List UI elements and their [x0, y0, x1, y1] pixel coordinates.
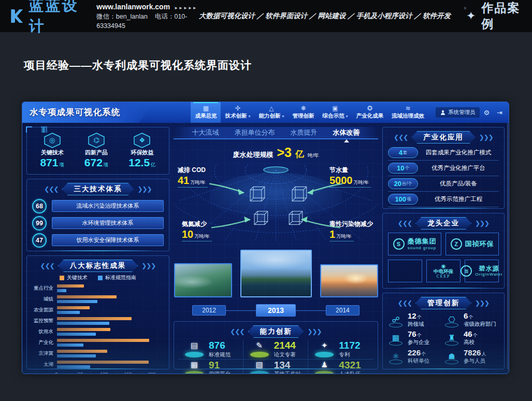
achievement-chart-rows: 重点行业城镇农业面源监控预警饮用水产业化京津冀太湖	[27, 281, 169, 370]
page-title: 项目经验——水专利成果可视化系统界面设计	[24, 58, 252, 73]
enterprise-empty-slot[interactable]	[388, 260, 422, 282]
enterprise-ceep[interactable]: ◉中电环保CEEP	[426, 260, 461, 282]
chart-category-label: 重点行业	[31, 285, 57, 292]
count-badge[interactable]: 10个	[388, 163, 418, 174]
tab-ten-basins[interactable]: 十大流域	[192, 128, 219, 137]
chart-axis-tick: 200	[148, 371, 155, 374]
nav-item-capability-innovation[interactable]: △ 能力创新▾	[254, 102, 288, 123]
mgmt-stat-research-units: ⚛ 226个科研单位	[388, 347, 444, 366]
count-badge[interactable]: 4套	[388, 147, 418, 158]
count-badge[interactable]: 20台/个	[388, 178, 418, 189]
left-column: ◎ 关键技术 871项 ⌬ 四新产品 672项	[26, 127, 169, 369]
wastewater-headline: 废水处理规模 >3 亿 吨/年	[174, 146, 378, 161]
management-innovation-panel: ❮❮❮ 管理创新 ❯❯❯ ☍ 12个跨领域 ⎔ 6个省级政府部门	[382, 293, 505, 369]
count-badge[interactable]: 100项	[388, 194, 418, 205]
admin-user-chip[interactable]: 系统管理员	[436, 107, 480, 118]
nav-item-management-innovation[interactable]: ❋ 管理创新	[288, 102, 318, 123]
industrial-row: 4套 四套成果产业化推广模式	[388, 145, 499, 161]
industrial-row: 20台/个 优质产品/装备	[388, 176, 499, 192]
triangle-icon: △	[269, 105, 274, 111]
nav-item-comprehensive-demo[interactable]: ▣ 综合示范▾	[318, 102, 352, 123]
capability-grid: ▤ 876标准规范 ✎ 2144论文专著 ✦ 1172专利 ▦	[178, 340, 373, 374]
chart-bar	[57, 365, 90, 368]
hierarchy-icon: ⎔	[444, 312, 459, 327]
stat-environmental-benefit: ❖ 环保效益 12.5亿	[128, 133, 155, 169]
mgmt-stat-enterprises: ▦ 76个参与企业	[388, 329, 444, 348]
chart-axis-tick: 100	[100, 371, 108, 374]
building-icon: ▦	[388, 330, 404, 346]
enterprise-originwater[interactable]: ≋ 碧水源OriginWater	[465, 260, 499, 282]
sparkle-star-icon: ✧✦	[466, 9, 477, 23]
tech-systems-panel: ❮❮❮ 三大技术体系 ❯❯❯ 68 流域水污染治理技术体系 99 水环境管理技术…	[26, 179, 169, 251]
stat-value: 12.5亿	[128, 156, 155, 169]
chevrons-right-icon: ❯❯❯	[475, 300, 489, 306]
dashboard-brand-title: 水专项成果可视化系统	[22, 102, 153, 123]
nav-item-overview[interactable]: ▦ 成果总览	[191, 102, 221, 123]
waves-icon: ≋	[405, 105, 410, 111]
pedestal-people-icon: ♟	[314, 360, 334, 374]
grid-icon: ▦	[203, 105, 209, 111]
sound-group-logo-icon: S	[393, 238, 405, 250]
chevrons-right-icon: ❯❯❯	[479, 134, 493, 140]
year-button-2013[interactable]: 2013	[256, 304, 296, 317]
admin-user-label: 系统管理员	[448, 109, 476, 116]
tech-system-pill[interactable]: 流域水污染治理技术体系	[52, 200, 164, 212]
mgmt-stat-universities: ♜ 46个高校	[444, 329, 500, 348]
settings-gear-icon[interactable]: ⚙	[483, 109, 490, 117]
tech-system-row: 47 饮用水安全保障技术体系	[32, 232, 164, 249]
center-tabs: 十大流域 承担单位分布 水质提升 水体改善	[174, 127, 378, 139]
arrows-icon: ►►►►►	[174, 6, 197, 10]
chart-axis-tick: 0	[55, 371, 57, 374]
photo-2014-sunset[interactable]	[320, 264, 378, 297]
pedestal-book-icon: ▤	[184, 340, 204, 359]
site-logo[interactable]: 蓝蓝设计	[8, 0, 85, 37]
guozhen-logo-icon: Z	[451, 238, 462, 250]
capability-stat-workstations: ▧ 134基地工作站	[243, 359, 309, 374]
tech-system-pill[interactable]: 饮用水安全保障技术体系	[52, 234, 164, 246]
chart-bar	[57, 284, 84, 288]
tech-system-pill[interactable]: 水环境管理技术体系	[52, 217, 164, 229]
legend-swatch-blue	[98, 276, 103, 280]
website-url[interactable]: www.lanlanwork.com	[96, 3, 170, 11]
dashboard-body: ◎ 关键技术 871项 ⌬ 四新产品 672项	[22, 123, 509, 374]
scrollbar[interactable]	[507, 106, 508, 369]
portfolio-cases-link[interactable]: ✧✦ 作品案例	[466, 0, 524, 32]
tab-water-quality[interactable]: 水质提升	[291, 128, 318, 137]
chart-row: 重点行业	[31, 283, 166, 294]
chevron-down-icon: ▾	[248, 114, 250, 119]
chart-bar	[57, 328, 110, 331]
photo-2012-wetland[interactable]	[174, 263, 232, 297]
chart-category-label: 监控预警	[31, 318, 57, 324]
year-photos	[174, 247, 378, 297]
chevrons-right-icon: ❯❯❯	[138, 186, 152, 192]
tech-systems-rows: 68 流域水污染治理技术体系 99 水环境管理技术体系 47 饮用水安全保障技术…	[27, 195, 169, 249]
metric-ammonia-reduction: 氨氮减少 10万吨/年	[182, 220, 212, 241]
chart-category-label: 太湖	[31, 361, 57, 368]
year-button-2012[interactable]: 2012	[192, 305, 226, 316]
photo-2013-lakeside[interactable]	[240, 250, 312, 297]
box-icon: ▣	[332, 105, 338, 111]
enterprise-guozhen[interactable]: Z 国祯环保	[445, 233, 499, 255]
tab-unit-distribution[interactable]: 承担单位分布	[235, 128, 275, 137]
people-group-icon: ☗	[444, 349, 459, 364]
year-button-2014[interactable]: 2014	[326, 305, 360, 316]
achievements-chart-panel: ❮❮❮ 八大标志性成果 ❯❯❯ 关键技术 标准规范指南	[26, 255, 169, 369]
chevrons-left-icon: ❮❮❮	[398, 300, 412, 306]
chart-category-label: 饮用水	[31, 328, 57, 335]
mgmt-stat-provincial-departments: ⎔ 6个省级政府部门	[444, 310, 500, 329]
dome-visualization: 减排 COD 41万吨/年 节水量 5000万吨/年 氨氮减少 10万吨/年 毒…	[174, 165, 378, 241]
chart-bar	[57, 350, 107, 353]
services-list: 大数据可视化设计 ／ 软件界面设计 ／ 网站建设 ／ 手机及小程序设计 ／ 软件…	[199, 11, 451, 21]
stat-new-products: ⌬ 四新产品 672项	[84, 133, 109, 169]
nav-item-tech-innovation[interactable]: ✣ 技术创新▾	[221, 102, 254, 123]
enterprise-sound-group[interactable]: S 桑德集团sound group	[388, 233, 441, 255]
chart-axis-tick: 50	[78, 371, 83, 374]
tech-system-row: 99 水环境管理技术体系	[32, 214, 164, 232]
logout-icon[interactable]: ⇥	[497, 109, 502, 117]
tab-water-improvement[interactable]: 水体改善	[333, 128, 360, 137]
nav-item-industrialization[interactable]: ✪ 产业化成果	[352, 102, 387, 123]
chevrons-left-icon: ❮❮❮	[44, 186, 58, 192]
nav-item-basin-governance[interactable]: ≋ 流域治理成效	[387, 102, 428, 123]
microscope-icon: ⚛	[388, 349, 404, 364]
chart-category-label: 农业面源	[31, 307, 57, 313]
